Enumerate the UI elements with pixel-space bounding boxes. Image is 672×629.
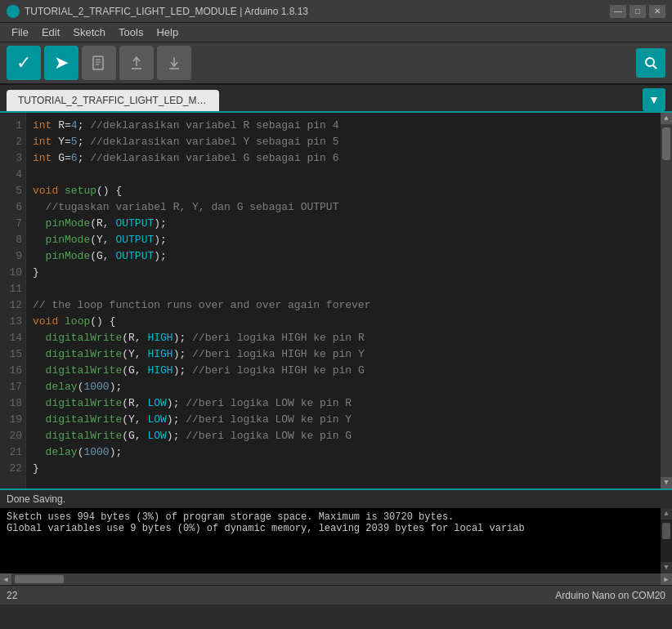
menu-edit[interactable]: Edit bbox=[35, 25, 66, 40]
status-message: Done Saving. bbox=[0, 488, 672, 508]
search-button[interactable] bbox=[636, 48, 665, 78]
menu-tools[interactable]: Tools bbox=[112, 25, 150, 40]
scroll-down-arrow[interactable]: ▼ bbox=[661, 477, 672, 488]
open-button[interactable] bbox=[119, 46, 154, 80]
scroll-up-arrow[interactable]: ▲ bbox=[661, 113, 672, 124]
footer-bar: 22 Arduino Nano on COM20 bbox=[0, 585, 672, 604]
svg-point-8 bbox=[646, 58, 654, 66]
h-scroll-track[interactable] bbox=[11, 573, 661, 585]
console-area: Sketch uses 994 bytes (3%) of program st… bbox=[0, 508, 672, 573]
console-scroll-down[interactable]: ▼ bbox=[661, 562, 672, 573]
vertical-scrollbar[interactable]: ▲ ▼ bbox=[661, 113, 672, 488]
svg-line-9 bbox=[653, 65, 656, 69]
verify-button[interactable]: ✓ bbox=[7, 46, 41, 80]
app-icon bbox=[7, 5, 20, 18]
code-area: 12345678910111213141516171819202122 int … bbox=[0, 113, 672, 488]
board-info: Arduino Nano on COM20 bbox=[555, 590, 665, 601]
window-title: TUTORIAL_2_TRAFFIC_LIGHT_LED_MODULE | Ar… bbox=[25, 6, 308, 17]
menu-bar: File Edit Sketch Tools Help bbox=[0, 23, 672, 42]
horizontal-scrollbar[interactable]: ◀ ▶ bbox=[0, 573, 672, 585]
tab-bar: TUTORIAL_2_TRAFFIC_LIGHT_LED_MODULE ▼ bbox=[0, 85, 672, 113]
console-scroll-thumb[interactable] bbox=[662, 523, 670, 539]
h-scroll-thumb[interactable] bbox=[15, 575, 64, 583]
save-button[interactable] bbox=[157, 46, 191, 80]
toolbar: ✓ ➤ bbox=[0, 42, 672, 85]
line-numbers: 12345678910111213141516171819202122 bbox=[0, 113, 26, 488]
console-scrollbar[interactable]: ▲ ▼ bbox=[661, 508, 672, 573]
title-bar: TUTORIAL_2_TRAFFIC_LIGHT_LED_MODULE | Ar… bbox=[0, 0, 672, 23]
console-scroll-up[interactable]: ▲ bbox=[661, 508, 672, 520]
menu-help[interactable]: Help bbox=[150, 25, 185, 40]
code-content[interactable]: int R=4; //deklarasikan variabel R sebag… bbox=[26, 113, 661, 488]
svg-rect-0 bbox=[93, 56, 103, 69]
close-button[interactable]: ✕ bbox=[649, 5, 665, 18]
scroll-thumb[interactable] bbox=[662, 127, 670, 160]
upload-button[interactable]: ➤ bbox=[44, 46, 78, 80]
new-button[interactable] bbox=[82, 46, 116, 80]
minimize-button[interactable]: — bbox=[610, 5, 626, 18]
scroll-left-arrow[interactable]: ◀ bbox=[0, 573, 11, 585]
tab-dropdown-button[interactable]: ▼ bbox=[643, 88, 665, 111]
title-bar-left: TUTORIAL_2_TRAFFIC_LIGHT_LED_MODULE | Ar… bbox=[7, 5, 308, 18]
maximize-button[interactable]: □ bbox=[629, 5, 646, 18]
window-controls: — □ ✕ bbox=[610, 5, 665, 18]
line-number-display: 22 bbox=[7, 590, 17, 601]
menu-sketch[interactable]: Sketch bbox=[66, 25, 112, 40]
menu-file[interactable]: File bbox=[5, 25, 35, 40]
tab-main[interactable]: TUTORIAL_2_TRAFFIC_LIGHT_LED_MODULE bbox=[7, 90, 219, 111]
scroll-right-arrow[interactable]: ▶ bbox=[661, 573, 672, 585]
